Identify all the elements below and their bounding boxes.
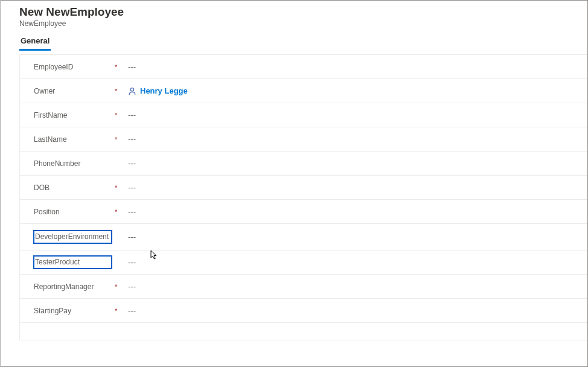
required-indicator: * [115,88,126,95]
field-row-developerenvironment: DeveloperEnvironment --- [20,224,587,251]
field-row-owner: Owner * Henry Legge [20,79,587,103]
tab-general[interactable]: General [19,34,51,51]
svg-point-0 [130,88,133,91]
field-value-lastname[interactable]: --- [126,135,587,144]
required-indicator: * [115,307,126,314]
blank-row [20,323,587,340]
field-row-phonenumber: PhoneNumber --- [20,152,587,176]
required-indicator: * [115,283,126,290]
field-label-testerproduct: TesterProduct [33,255,112,269]
field-label-phonenumber: PhoneNumber [33,158,81,169]
field-row-employeeid: EmployeeID * --- [20,55,587,79]
field-label-firstname: FirstName [33,110,68,121]
field-row-dob: DOB * --- [20,176,587,200]
field-value-testerproduct[interactable]: --- [126,258,587,267]
field-value-position[interactable]: --- [126,207,587,216]
field-label-owner: Owner [33,86,56,97]
page-title: New NewEmployee [19,5,587,19]
field-label-position: Position [33,206,60,217]
required-indicator: * [115,63,126,71]
field-row-startingpay: StartingPay * --- [20,299,587,323]
field-row-reportingmanager: ReportingManager * --- [20,275,587,299]
field-value-phonenumber[interactable]: --- [126,159,587,168]
field-label-employeeid: EmployeeID [33,62,74,72]
field-value-startingpay[interactable]: --- [126,306,587,315]
field-row-lastname: LastName * --- [20,127,587,152]
required-indicator: * [115,136,126,143]
field-row-testerproduct: TesterProduct --- [20,251,587,275]
field-label-reportingmanager: ReportingManager [33,281,94,292]
required-indicator: * [115,112,126,119]
field-label-startingpay: StartingPay [33,305,72,316]
field-value-employeeid[interactable]: --- [126,62,587,71]
field-value-developerenvironment[interactable]: --- [126,232,587,241]
field-row-firstname: FirstName * --- [20,103,587,127]
field-row-position: Position * --- [20,200,587,224]
field-value-dob[interactable]: --- [126,183,587,192]
page-subtitle: NewEmployee [19,19,587,28]
required-indicator: * [115,184,126,191]
form-page: New NewEmployee NewEmployee General Empl… [1,1,587,340]
field-label-developerenvironment: DeveloperEnvironment [33,230,112,244]
field-label-dob: DOB [33,182,50,193]
form-general: EmployeeID * --- Owner * Henry Legge Fir… [19,54,587,340]
field-label-lastname: LastName [33,134,68,145]
required-indicator: * [115,208,126,215]
owner-name: Henry Legge [140,86,188,95]
field-value-reportingmanager[interactable]: --- [126,282,587,291]
person-icon [128,87,136,95]
tabs: General [19,34,587,51]
field-value-owner-lookup[interactable]: Henry Legge [126,86,587,95]
field-value-firstname[interactable]: --- [126,110,587,120]
